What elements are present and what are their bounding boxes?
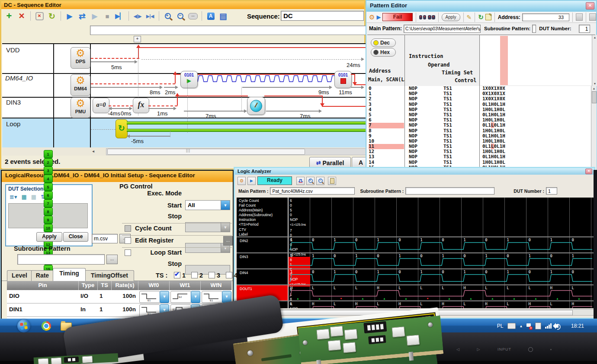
main-pattern-input[interactable]: Pat_func40MHz.csv: [270, 187, 355, 195]
logic-analyzer-titlebar[interactable]: Logic Analyzer ✕: [235, 168, 594, 175]
step-button[interactable]: ▶: [90, 11, 100, 21]
tab-timing[interactable]: Timing: [53, 268, 86, 281]
gear-button[interactable]: ⚙: [238, 177, 246, 185]
pattern-row[interactable]: 5 NOP TS1 0L1H0L1H: [367, 112, 591, 118]
row-label-dm64io[interactable]: DM64_IO: [5, 74, 33, 82]
waveform-fall-icon[interactable]: E1: [202, 291, 222, 303]
gear-icon[interactable]: ⚙: [369, 13, 375, 21]
subroutine-pattern-input[interactable]: [17, 254, 105, 265]
scroll-left-icon[interactable]: ◂: [92, 149, 94, 153]
save-icon[interactable]: [485, 14, 491, 20]
ts2-checkbox[interactable]: [191, 272, 198, 278]
measure-button[interactable]: [247, 97, 265, 115]
edit-register-browse-button[interactable]: ...: [223, 236, 233, 246]
apply-button[interactable]: Apply: [442, 13, 460, 21]
refresh-icon[interactable]: ↻: [478, 13, 484, 21]
pattern-row[interactable]: 12 NOP TS1 1H0L1H0L: [367, 149, 591, 154]
edit-register-checkbox[interactable]: [125, 237, 131, 244]
waveform-fall-icon[interactable]: E1: [139, 291, 160, 303]
pattern-row[interactable]: 3 NOP TS1 0L1H0L1H: [367, 102, 591, 107]
run-pattern-button[interactable]: ▶: [376, 14, 381, 20]
dut-number-input[interactable]: 1: [546, 187, 557, 195]
exec-mode-select[interactable]: All▼: [185, 200, 230, 210]
ts4-checkbox[interactable]: [226, 272, 232, 278]
grid-icon[interactable]: [589, 13, 596, 21]
monitor-right-button[interactable]: ▷: [477, 347, 480, 352]
dut-button[interactable]: 8: [44, 208, 53, 216]
dut-apply-button[interactable]: Apply: [36, 232, 62, 242]
chevron-down-icon[interactable]: ▼: [191, 291, 200, 303]
signal-row-din3[interactable]: DIN3 0 1 0 1 0 1 0 1 0 1 0 1 0 1: [237, 252, 594, 268]
report-button[interactable]: [328, 177, 336, 185]
zoom-in-button[interactable]: [163, 11, 173, 21]
run-to-end-button[interactable]: ▶▏: [115, 11, 125, 21]
close-button[interactable]: ✕: [585, 169, 592, 174]
monitor-left-button[interactable]: ◁: [456, 347, 460, 352]
tray-app-icon[interactable]: [535, 322, 541, 329]
chevron-down-icon[interactable]: ▼: [221, 201, 230, 210]
dut-close-button[interactable]: Close: [63, 232, 88, 242]
table-row-dio[interactable]: DIO I/O 1 100n E1▼ E2▼ E1▼: [7, 290, 232, 303]
waveform-settings-button[interactable]: [296, 177, 305, 185]
run-button[interactable]: ▶: [64, 11, 75, 21]
tab-rate[interactable]: Rate: [31, 270, 54, 281]
deselect-button[interactable]: ✕: [34, 11, 45, 21]
scroll-down-icon[interactable]: ▼: [592, 82, 597, 85]
zoom-out-button[interactable]: [175, 11, 186, 21]
dut-button[interactable]: 5: [44, 183, 53, 191]
list-icon[interactable]: ≣▾: [10, 194, 17, 200]
hex-radio[interactable]: Hex: [371, 48, 396, 57]
timeline-hscrollbar[interactable]: ◂ |||: [2, 147, 366, 156]
loop-run-button[interactable]: ⇄: [77, 11, 87, 21]
search-binoculars-icon[interactable]: [419, 15, 422, 19]
scroll-up-icon[interactable]: ▲: [591, 87, 597, 90]
resource-button-dm64[interactable]: ⚙ DM64: [71, 74, 90, 96]
dut-button[interactable]: 1: [44, 150, 53, 158]
dut-button[interactable]: 2: [44, 158, 53, 166]
waveform-viewer[interactable]: Cycle CountFail CountAddress(Main)Addres…: [237, 198, 594, 308]
add-event-button[interactable]: +: [4, 11, 14, 21]
network-signal-icon[interactable]: [545, 323, 552, 329]
cycle-column[interactable]: 6 0 5 0 NOP <1>125.0ns: [289, 198, 310, 227]
wfn-cell[interactable]: E1▼: [202, 291, 232, 303]
signal-row-dout2[interactable]: DOUT2 L H L H L H L H L H L H L H: [237, 300, 594, 308]
dut-button[interactable]: 4: [44, 175, 53, 183]
tab-timing-offset[interactable]: TimingOffset: [85, 270, 134, 281]
zoom-in-button[interactable]: [306, 177, 315, 185]
signal-row-din2[interactable]: DIN2 1 0 1 0 1 0 1 0 1 0 1 0 1 0: [237, 236, 594, 252]
subroutine-pattern-input[interactable]: [532, 25, 536, 33]
address-input[interactable]: 33: [522, 13, 569, 21]
main-pattern-input-partial[interactable]: rn.csv: [92, 234, 118, 243]
header-vscrollbar[interactable]: ▲ ▼: [592, 35, 597, 86]
pattern-row[interactable]: 14 NOP TS1 1H0L1H0L: [367, 160, 591, 165]
tab-level[interactable]: Level: [7, 270, 32, 281]
close-button[interactable]: ✕: [586, 2, 594, 10]
set-value-button[interactable]: a=0: [93, 98, 109, 113]
start-button[interactable]: [17, 319, 30, 332]
row-label-din3[interactable]: DIN3: [6, 99, 21, 106]
pattern-row[interactable]: 4 NOP TS1 1H0L1H0L: [367, 107, 591, 112]
reload-sequence-button[interactable]: ↻: [47, 11, 57, 21]
wf0-cell[interactable]: E1▼: [139, 291, 170, 303]
pattern-editor-titlebar[interactable]: Pattern Editor ✕: [366, 1, 596, 12]
dut-button[interactable]: 7: [44, 199, 53, 208]
resource-button-dps[interactable]: ⚙ DPS: [71, 47, 90, 69]
pattern-row[interactable]: 1 NOP TS1 0X1X0X1X: [367, 91, 591, 96]
pattern-row[interactable]: 9 NOP TS1 0L1H0L1H: [367, 134, 591, 139]
ts1-checkbox[interactable]: ✔: [174, 272, 180, 278]
language-indicator[interactable]: PL: [497, 323, 504, 329]
sequence-input[interactable]: DC: [281, 11, 364, 21]
keyboard-icon[interactable]: [507, 323, 516, 329]
pattern-row[interactable]: 10 NOP TS1 1H0L1H0L: [367, 139, 591, 144]
ts3-checkbox[interactable]: [209, 272, 215, 278]
browse-subroutine-button[interactable]: ...: [106, 255, 118, 264]
dut-button[interactable]: 9: [44, 216, 53, 224]
zoom-out-button[interactable]: [316, 177, 324, 185]
expand-time-button[interactable]: ◀|▶: [132, 11, 143, 21]
clock[interactable]: 18:21: [571, 323, 584, 329]
run-button[interactable]: ▶: [247, 177, 256, 185]
timeline-ruler[interactable]: [90, 26, 366, 35]
tray-expand-icon[interactable]: ▲: [520, 324, 523, 328]
pattern-row[interactable]: 2 NOP TS1 1X0X1X0X: [367, 96, 591, 102]
resource-button-pmu[interactable]: ⚙ PMU: [71, 97, 90, 118]
